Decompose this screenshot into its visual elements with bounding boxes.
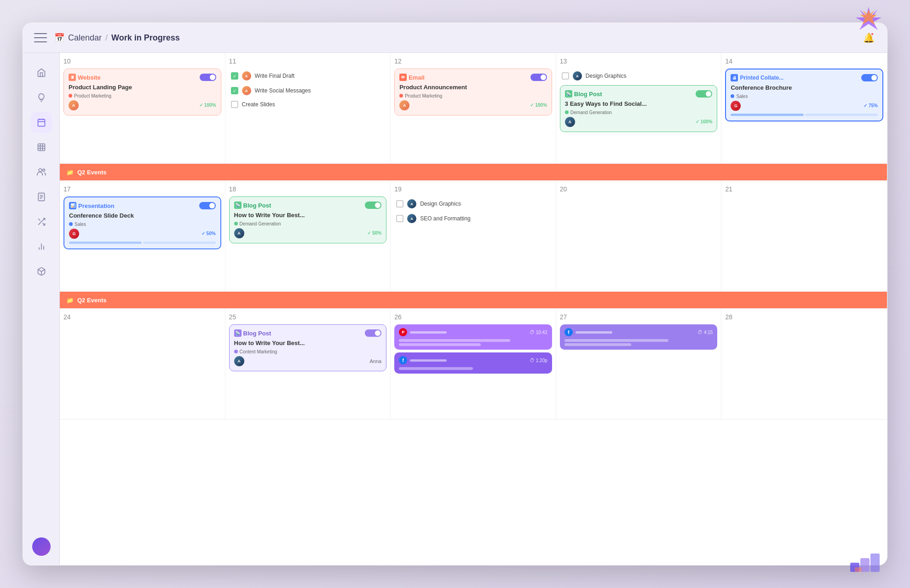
social-card-facebook-26[interactable]: f ⏱ 1:20p [394, 352, 552, 374]
blog-card-avatar: A [565, 117, 575, 127]
pres-card-toggle[interactable] [199, 202, 216, 209]
day-num-10: 10 [63, 58, 221, 65]
day-col-26: 26 P ⏱ 10:42 [391, 309, 556, 419]
breadcrumb-calendar[interactable]: Calendar [68, 33, 102, 43]
blog-18-icon: 📡 [234, 202, 242, 209]
pres-tag-dot [69, 222, 73, 226]
blog-purple-toggle[interactable] [365, 329, 381, 337]
social-card-facebook-26-header: f ⏱ 1:20p [399, 356, 547, 364]
card-tag: Product Marketing [69, 93, 216, 98]
blog-purple-footer: A Anna [234, 356, 382, 366]
facebook-icon-27: f [564, 328, 573, 336]
event-card-website[interactable]: 🖥 Website Product Landing Page Product M… [63, 69, 221, 115]
website-type-icon: 🖥 [69, 74, 76, 81]
day-num-12: 12 [394, 58, 552, 65]
blog-tag-label: Demand Generation [570, 110, 612, 115]
sidebar-item-ideas[interactable] [31, 87, 52, 108]
day-col-10: 10 🖥 Website Product Landing Page [60, 53, 225, 163]
event-row-bar-2[interactable]: 📁 Q2 Events [60, 292, 887, 308]
sidebar-item-calendar[interactable] [31, 112, 52, 133]
task-check-seo[interactable] [396, 215, 403, 222]
menu-button[interactable] [34, 33, 47, 42]
notification-bell[interactable]: 🔔 [861, 30, 876, 45]
blog-18-tag-label: Demand Generation [240, 221, 281, 226]
event-card-email[interactable]: ✉ Email Product Announcement Product Mar… [394, 69, 552, 115]
avatar-alexis: A [69, 100, 79, 110]
task-design-graphics-19[interactable]: A Design Graphics [394, 196, 552, 211]
blog-purple-dot [234, 350, 238, 353]
event-card-blog-green[interactable]: 📡 Blog Post 3 Easy Ways to Find Social..… [560, 85, 718, 132]
task-label-seo: SEO and Formatting [420, 215, 470, 222]
day-num-21: 21 [725, 185, 883, 193]
tag-dot [69, 94, 72, 98]
calendar-icon: 📅 [54, 33, 64, 43]
social-card-facebook-27[interactable]: f ⏱ 4:15 [560, 324, 718, 350]
blog-purple-title: How to Write Your Best... [234, 340, 382, 347]
blog-type-icon: 📡 [565, 90, 572, 98]
blog-18-progress: ✓ 50% [367, 231, 381, 236]
pres-tag-label: Sales [75, 222, 86, 227]
calendar-area: 10 🖥 Website Product Landing Page [60, 53, 887, 565]
svg-rect-5 [855, 567, 862, 572]
blog-card-title: 3 Easy Ways to Find Social... [565, 100, 713, 108]
facebook-26-time: ⏱ 1:20p [530, 357, 547, 363]
day-col-14: 14 🖨 Printed Collate... Conference Broch… [721, 53, 887, 163]
event-card-printed[interactable]: 🖨 Printed Collate... Conference Brochure… [725, 69, 883, 121]
blog-card-footer: A ✓ 100% [565, 117, 713, 127]
task-check-dg-19[interactable] [396, 200, 403, 208]
event-card-presentation[interactable]: 📊 Presentation Conference Slide Deck Sal… [63, 196, 221, 249]
task-label-3: Create Slides [242, 101, 275, 108]
corner-decoration [855, 5, 882, 32]
day-col-13: 13 A Design Graphics 📡 [556, 53, 722, 163]
blog-tag-dot [565, 110, 569, 114]
day-num-28: 28 [725, 313, 883, 321]
card-type-label: Website [78, 74, 101, 81]
event-row-bar-1[interactable]: 📁 Q2 Events [60, 164, 887, 180]
task-check-3[interactable] [231, 101, 238, 108]
user-avatar[interactable] [32, 537, 51, 556]
printed-card-title: Conference Brochure [731, 84, 878, 92]
event-card-blog-18[interactable]: 📡 Blog Post How to Write Your Best... De… [229, 196, 387, 243]
blog-purple-tag-label: Content Marketing [240, 349, 277, 354]
blog-purple-label: Blog Post [243, 330, 271, 337]
blog-18-toggle[interactable] [365, 202, 381, 209]
task-check-2[interactable]: ✓ [231, 87, 238, 94]
sidebar-item-home[interactable] [31, 62, 52, 83]
card-footer: A ✓ 100% [69, 100, 216, 110]
social-card-pinterest[interactable]: P ⏱ 10:42 [394, 324, 552, 350]
day-col-24: 24 [60, 309, 225, 419]
sidebar-item-package[interactable] [31, 261, 52, 282]
event-card-blog-purple[interactable]: 📡 Blog Post How to Write Your Best... Co… [229, 324, 387, 371]
event-bar-icon-1: 📁 [66, 169, 74, 176]
blog-18-dot [234, 222, 238, 225]
task-check-design[interactable] [562, 72, 569, 80]
task-design-graphics-1[interactable]: A Design Graphics [560, 69, 718, 83]
task-create-slides[interactable]: Create Slides [229, 98, 387, 111]
task-write-final[interactable]: ✓ A Write Final Draft [229, 69, 387, 83]
sidebar-item-docs[interactable] [31, 186, 52, 208]
day-col-19: 19 A Design Graphics A SEO and Format [391, 181, 556, 291]
printed-card-toggle[interactable] [861, 74, 878, 81]
blog-18-footer: A ✓ 50% [234, 228, 382, 238]
task-check-1[interactable]: ✓ [231, 72, 238, 80]
blog-18-avatar: A [234, 228, 244, 238]
blog-card-toggle[interactable] [696, 90, 712, 98]
email-card-toggle[interactable] [530, 74, 547, 81]
day-num-24: 24 [63, 313, 221, 321]
card-toggle[interactable] [200, 74, 216, 81]
week-row-1: 10 🖥 Website Product Landing Page [60, 53, 887, 164]
svg-line-23 [38, 219, 40, 220]
sidebar-item-people[interactable] [31, 161, 52, 183]
sidebar-item-shuffle[interactable] [31, 211, 52, 232]
task-seo-19[interactable]: A SEO and Formatting [394, 211, 552, 226]
task-label-2: Write Social Messages [255, 87, 311, 94]
pres-card-progress: ✓ 50% [202, 231, 216, 236]
card-progress: ✓ 100% [199, 103, 216, 108]
sidebar-item-analytics[interactable] [31, 236, 52, 257]
pres-card-tag: Sales [69, 222, 216, 227]
sidebar [23, 53, 60, 565]
task-write-social[interactable]: ✓ A Write Social Messages [229, 83, 387, 98]
week-row-2: 17 📊 Presentation Conference Slide Deck [60, 181, 887, 292]
sidebar-item-table[interactable] [31, 137, 52, 158]
email-card-tag: Product Marketing [399, 93, 547, 98]
